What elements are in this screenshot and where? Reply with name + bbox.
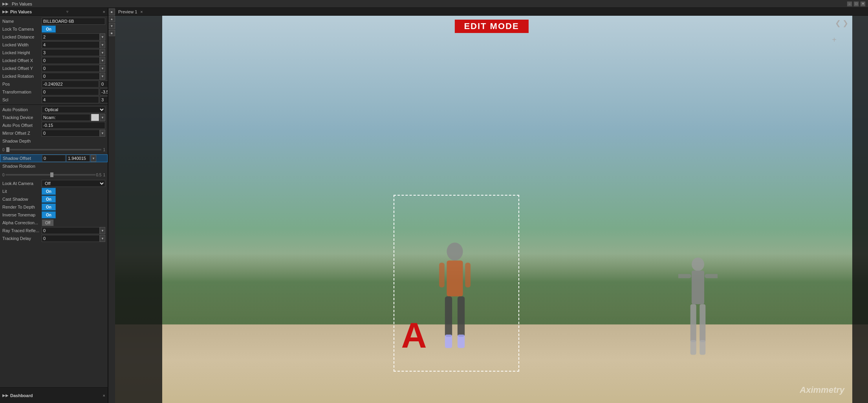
close-button[interactable]: ✕ (860, 1, 866, 7)
toolbar-btn-1[interactable]: ■ (109, 9, 115, 15)
inverse-tonemap-button[interactable]: On (42, 211, 56, 218)
shadow-rotation-row: Shadow Rotation (0, 162, 108, 170)
tracking-device-spinner[interactable]: ▼ (100, 114, 105, 121)
locked-width-input[interactable] (42, 41, 100, 48)
auto-position-select[interactable]: Optical (42, 106, 105, 113)
locked-offset-y-row: Locked Offset Y ▼ (0, 64, 108, 72)
dashboard-title: Dashboard (10, 393, 33, 398)
viewport-prev-button[interactable]: ❮ (835, 19, 841, 27)
svg-rect-13 (700, 340, 705, 355)
look-at-camera-select[interactable]: Off (42, 180, 105, 187)
locked-rotation-value: ▼ (42, 73, 105, 80)
shadow-offset-input1[interactable] (42, 155, 66, 162)
lock-to-camera-label: Lock To Camera (2, 27, 42, 31)
locked-height-input[interactable] (42, 49, 100, 56)
panel-expand-button[interactable]: ▿ (66, 9, 68, 14)
shadow-offset-label: Shadow Offset (3, 156, 42, 161)
locked-width-spinner[interactable]: ▼ (100, 41, 105, 48)
pos-label: Pos (2, 82, 42, 86)
shadow-offset-input2[interactable] (66, 155, 90, 162)
pos-y-input[interactable] (100, 81, 108, 88)
ray-traced-label: Ray Traced Refle... (2, 228, 42, 233)
shadow-depth-slider[interactable] (6, 149, 102, 150)
locked-rotation-spinner[interactable]: ▼ (100, 73, 105, 80)
locked-rotation-input[interactable] (42, 73, 100, 80)
locked-offset-x-spinner[interactable]: ▼ (100, 57, 105, 64)
toolbar-btn-3[interactable]: ▼ (109, 23, 115, 29)
pos-x-input[interactable] (42, 81, 99, 88)
tracking-device-color[interactable] (91, 114, 99, 121)
cast-shadow-button[interactable]: On (42, 196, 56, 203)
auto-pos-offset-row: Auto Pos Offset (0, 121, 108, 129)
ray-traced-input[interactable] (42, 227, 100, 234)
alpha-correction-button[interactable]: Off (42, 219, 54, 226)
locked-offset-x-label: Locked Offset X (2, 58, 42, 63)
lock-to-camera-row: Lock To Camera On (0, 25, 108, 33)
look-at-camera-value: Off (42, 180, 105, 187)
preview-viewport[interactable]: EDIT MODE A (115, 16, 868, 403)
lit-button[interactable]: On (42, 188, 56, 195)
locked-offset-y-spinner[interactable]: ▼ (100, 65, 105, 72)
shadow-rot-mid: 0.5 (96, 173, 102, 177)
shadow-rotation-thumb[interactable] (50, 172, 53, 177)
locked-height-spinner[interactable]: ▼ (100, 49, 105, 56)
auto-position-row: Auto Position Optical (0, 106, 108, 114)
lit-label: Lit (2, 189, 42, 194)
tracking-delay-input[interactable] (42, 235, 100, 242)
locked-distance-input[interactable] (42, 33, 100, 40)
viewport-next-button[interactable]: ❯ (842, 19, 848, 27)
rot-y-input[interactable] (100, 88, 108, 95)
shadow-depth-thumb[interactable] (6, 147, 9, 152)
svg-rect-15 (705, 274, 718, 278)
app-icon: ▶▶ (2, 2, 9, 6)
preview-header: Preview 1 × (115, 8, 868, 16)
panel-icon: ▶▶ (2, 9, 9, 14)
scl-y-input[interactable] (100, 96, 108, 103)
preview-close-icon[interactable]: × (140, 9, 143, 14)
dashboard-icon: ▶▶ (2, 393, 9, 398)
mirror-offset-z-input[interactable] (42, 130, 100, 137)
shadow-rotation-slider[interactable] (5, 174, 95, 176)
pin-values-content: Name Lock To Camera On Locked Distance ▼ (0, 16, 108, 387)
shadow-offset-spinner[interactable]: ▼ (91, 155, 96, 162)
locked-distance-row: Locked Distance ▼ (0, 33, 108, 41)
rot-x-input[interactable] (42, 88, 99, 95)
locked-height-label: Locked Height (2, 50, 42, 55)
toolbar-btn-2[interactable]: ▲ (109, 16, 115, 22)
lock-to-camera-button[interactable]: On (42, 26, 56, 33)
panel-close-button[interactable]: × (103, 9, 105, 14)
scene-right-bar (852, 16, 868, 403)
shadow-offset-value: ▼ (42, 155, 105, 162)
locked-offset-y-input[interactable] (42, 65, 100, 72)
ray-traced-value: ▼ (42, 227, 105, 234)
inverse-tonemap-value: On (42, 211, 105, 218)
mirror-offset-z-spinner[interactable]: ▼ (100, 130, 105, 137)
tracking-device-value: ▼ (42, 114, 105, 121)
auto-position-label: Auto Position (2, 107, 42, 112)
tracking-device-input[interactable] (42, 114, 90, 121)
minimize-button[interactable]: – (847, 1, 852, 7)
shadow-rot-max: 1 (103, 173, 105, 177)
locked-distance-value: ▼ (42, 33, 105, 40)
tracking-delay-spinner[interactable]: ▼ (100, 235, 105, 242)
lock-to-camera-value: On (42, 26, 105, 33)
ray-traced-spinner[interactable]: ▼ (100, 227, 105, 234)
scene-left-bar (115, 16, 162, 403)
transformation-row: Transformation ▼ (0, 88, 108, 96)
shadow-depth-row: Shadow Depth (0, 137, 108, 145)
locked-distance-label: Locked Distance (2, 35, 42, 39)
locked-distance-spinner[interactable]: ▼ (100, 33, 105, 40)
render-to-depth-button[interactable]: On (42, 203, 56, 211)
name-input[interactable] (42, 18, 105, 25)
svg-point-8 (692, 258, 704, 271)
locked-offset-y-value: ▼ (42, 65, 105, 72)
toolbar-btn-4[interactable]: ■ (109, 30, 115, 36)
tracking-delay-row: Tracking Delay ▼ (0, 234, 108, 242)
scl-x-input[interactable] (42, 96, 99, 103)
locked-height-value: ▼ (42, 49, 105, 56)
locked-offset-x-input[interactable] (42, 57, 100, 64)
look-at-camera-row: Look At Camera Off (0, 180, 108, 187)
dashboard-close-button[interactable]: × (103, 393, 105, 398)
auto-pos-offset-input[interactable] (42, 122, 105, 129)
restore-button[interactable]: □ (853, 1, 859, 7)
